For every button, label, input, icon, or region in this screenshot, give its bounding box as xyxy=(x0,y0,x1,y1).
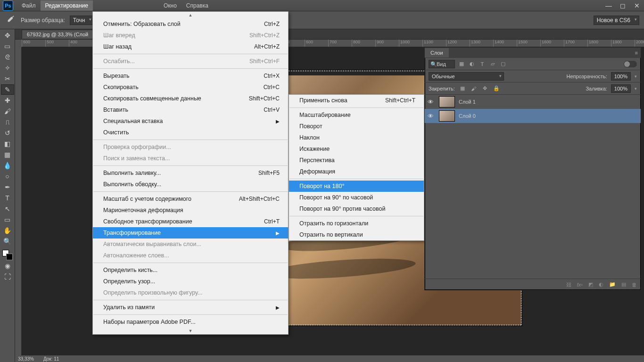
edit-item[interactable]: ВырезатьCtrl+X xyxy=(93,70,288,82)
path-tool[interactable]: ↖ xyxy=(1,204,14,214)
panel-menu-icon[interactable]: ≡ xyxy=(632,50,641,56)
shape-tool[interactable]: ▭ xyxy=(1,214,14,225)
layer-filter-dropdown[interactable]: Вид xyxy=(437,61,446,67)
edit-item[interactable]: Определить узор... xyxy=(93,276,288,287)
crop-tool[interactable]: ✂ xyxy=(1,74,14,84)
eyedropper-icon[interactable] xyxy=(4,14,16,26)
edit-item[interactable]: Определить кисть... xyxy=(93,264,288,276)
transform-item[interactable]: Поворот xyxy=(289,121,424,132)
maximize-button[interactable]: ◻ xyxy=(616,1,630,10)
blur-tool[interactable]: 💧 xyxy=(1,160,14,171)
pen-tool[interactable]: ✒ xyxy=(1,182,14,192)
menu-Окно[interactable]: Окно xyxy=(159,0,182,11)
transform-item[interactable]: Поворот на 90° против часовой xyxy=(289,203,424,214)
layer-row[interactable]: 👁Слой 0 xyxy=(425,109,641,123)
edit-item[interactable]: Отменить: Образовать слойCtrl+Z xyxy=(93,18,288,30)
menu-Редактирование[interactable]: Редактирование xyxy=(41,0,93,11)
eraser-tool[interactable]: ◧ xyxy=(1,139,14,149)
layers-tab[interactable]: Слои xyxy=(425,48,449,58)
trash-icon[interactable]: 🗑 xyxy=(632,282,637,288)
fill-label: Заливка: xyxy=(586,86,607,91)
menu-scroll-up[interactable]: ▲ xyxy=(93,12,288,18)
transform-item[interactable]: Деформация xyxy=(289,166,424,177)
lock-pixels-icon[interactable]: ▦ xyxy=(459,85,466,92)
fill-value[interactable]: 100% xyxy=(611,84,631,93)
transform-item[interactable]: Применить сноваShift+Ctrl+T xyxy=(289,95,424,106)
edit-item[interactable]: СкопироватьCtrl+C xyxy=(93,82,288,93)
ps-logo: Ps xyxy=(3,0,13,11)
marquee-tool[interactable]: ▭ xyxy=(1,41,14,51)
brush-tool[interactable]: 🖌 xyxy=(1,106,14,116)
edit-item[interactable]: Наборы параметров Adobe PDF... xyxy=(93,316,288,328)
edit-item[interactable]: Скопировать совмещенные данныеShift+Ctrl… xyxy=(93,93,288,104)
edit-item[interactable]: ВставитьCtrl+V xyxy=(93,104,288,115)
edit-item: Шаг впередShift+Ctrl+Z xyxy=(93,30,288,41)
workspace-dropdown[interactable]: Новое в CS6 xyxy=(594,16,639,25)
filter-pixel-icon[interactable]: ▦ xyxy=(458,60,465,68)
sample-size-dropdown[interactable]: Точн xyxy=(70,16,94,25)
transform-item[interactable]: Отразить по горизонтали xyxy=(289,218,424,229)
opacity-label: Непрозрачность: xyxy=(566,74,607,79)
edit-item[interactable]: Трансформирование▶ xyxy=(93,227,288,239)
lock-position-icon[interactable]: ✥ xyxy=(481,85,489,92)
move-tool[interactable]: ✥ xyxy=(1,30,14,41)
close-button[interactable]: ✕ xyxy=(630,1,644,10)
fx-icon[interactable]: fx▫ xyxy=(577,282,583,288)
filter-adjust-icon[interactable]: ◐ xyxy=(468,60,476,68)
eyedropper-tool[interactable]: ✎ xyxy=(1,84,14,95)
type-tool[interactable]: T xyxy=(1,193,14,203)
layer-thumbnail[interactable] xyxy=(439,96,455,107)
filter-type-icon[interactable]: T xyxy=(479,60,486,68)
transform-item[interactable]: Масштабирование xyxy=(289,109,424,121)
gradient-tool[interactable]: ▦ xyxy=(1,149,14,160)
edit-item[interactable]: Свободное трансформированиеCtrl+T xyxy=(93,216,288,227)
blend-mode-dropdown[interactable]: Обычные xyxy=(429,72,504,81)
quickmask-tool[interactable]: ◉ xyxy=(1,261,14,271)
history-brush-tool[interactable]: ↺ xyxy=(1,128,14,138)
stamp-tool[interactable]: ⎍ xyxy=(1,117,14,127)
transform-item[interactable]: Перспектива xyxy=(289,155,424,166)
screenmode-tool[interactable]: ⛶ xyxy=(1,272,14,282)
transform-item[interactable]: Отразить по вертикали xyxy=(289,229,424,240)
edit-item[interactable]: Шаг назадAlt+Ctrl+Z xyxy=(93,41,288,52)
opacity-value[interactable]: 100% xyxy=(611,72,631,81)
layer-row[interactable]: 👁Слой 1 xyxy=(425,95,641,109)
minimize-button[interactable]: — xyxy=(602,1,616,10)
edit-item[interactable]: Очистить xyxy=(93,127,288,138)
lasso-tool[interactable]: ᘓ xyxy=(1,52,14,62)
lock-all-icon[interactable]: 🔒 xyxy=(493,85,500,92)
layer-thumbnail[interactable] xyxy=(439,110,455,122)
visibility-icon[interactable]: 👁 xyxy=(428,99,435,106)
filter-shape-icon[interactable]: ▱ xyxy=(489,60,496,68)
filter-toggle[interactable] xyxy=(624,61,637,67)
transform-item[interactable]: Поворот на 90° по часовой xyxy=(289,192,424,203)
edit-item[interactable]: Удалить из памяти▶ xyxy=(93,302,288,313)
visibility-icon[interactable]: 👁 xyxy=(428,113,435,120)
filter-smart-icon[interactable]: ▢ xyxy=(499,60,507,68)
edit-item[interactable]: Марионеточная деформация xyxy=(93,205,288,216)
transform-item[interactable]: Искажение xyxy=(289,143,424,155)
dodge-tool[interactable]: ○ xyxy=(1,171,14,181)
color-swatch[interactable] xyxy=(2,250,13,260)
new-layer-icon[interactable]: ▤ xyxy=(621,281,626,288)
edit-item[interactable]: Выполнить заливку...Shift+F5 xyxy=(93,167,288,179)
transform-item[interactable]: Наклон xyxy=(289,132,424,143)
menu-scroll-down[interactable]: ▼ xyxy=(93,328,288,334)
document-tab[interactable]: 67932.jpg @ 33,3% (Слой xyxy=(22,30,93,39)
group-icon[interactable]: 📁 xyxy=(609,281,616,288)
adjust-icon[interactable]: ◐ xyxy=(599,281,603,288)
heal-tool[interactable]: ✚ xyxy=(1,95,14,106)
mask-icon[interactable]: ◩ xyxy=(588,281,593,288)
edit-item[interactable]: Выполнить обводку... xyxy=(93,179,288,190)
lock-brush-icon[interactable]: 🖌 xyxy=(470,85,478,92)
edit-item[interactable]: Специальная вставка▶ xyxy=(93,115,288,127)
wand-tool[interactable]: ✧ xyxy=(1,63,14,73)
zoom-display[interactable]: 33,33% xyxy=(18,356,34,362)
transform-item[interactable]: Поворот на 180° xyxy=(289,181,424,192)
zoom-tool[interactable]: 🔍 xyxy=(1,236,14,247)
hand-tool[interactable]: ✋ xyxy=(1,225,14,236)
menu-Справка[interactable]: Справка xyxy=(182,0,213,11)
menu-Файл[interactable]: Файл xyxy=(17,0,41,11)
edit-item[interactable]: Масштаб с учетом содержимогоAlt+Shift+Ct… xyxy=(93,193,288,205)
link-icon[interactable]: ⛓ xyxy=(566,282,571,288)
